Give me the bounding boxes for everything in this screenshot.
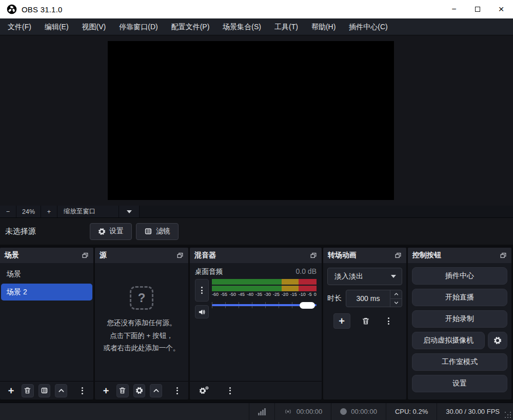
zoom-level: 24% — [16, 206, 41, 217]
stream-time-segment: 00:00:00 — [274, 403, 331, 420]
transition-select[interactable]: 淡入淡出 — [327, 268, 402, 285]
duration-spinner[interactable]: 300 ms — [346, 290, 402, 307]
chevron-up-icon — [152, 387, 160, 394]
gear-icon — [98, 228, 106, 235]
controls-panel-header: 控制按钮 — [408, 248, 511, 263]
menu-plugin-center[interactable]: 插件中心(C) — [342, 18, 394, 35]
add-transition-button[interactable]: + — [333, 313, 350, 329]
mute-button[interactable] — [195, 305, 209, 318]
chevron-down-icon — [391, 275, 396, 278]
channel-options-button[interactable] — [195, 279, 209, 302]
menu-help[interactable]: 帮助(H) — [305, 18, 342, 35]
mixer-panel-header: 混音器 — [190, 248, 322, 263]
chevron-up-icon — [393, 291, 399, 297]
settings-button[interactable]: 设置 — [412, 375, 507, 392]
virtual-camera-settings-button[interactable] — [488, 332, 507, 349]
small-gear-icon — [205, 386, 209, 390]
broadcast-icon — [284, 407, 292, 416]
zoom-in-button[interactable]: + — [41, 206, 57, 217]
add-source-button[interactable]: + — [100, 384, 112, 397]
speaker-icon — [198, 308, 206, 316]
scene-item[interactable]: 场景 — [1, 266, 92, 283]
obs-window: OBS 31.1.0 − × 文件(F) 编辑(E) 视图(V) 停靠窗口(D)… — [0, 0, 513, 420]
cpu-usage: CPU: 0.2% — [386, 403, 437, 420]
menu-view[interactable]: 视图(V) — [75, 18, 113, 35]
volume-slider-handle[interactable] — [300, 302, 315, 309]
move-source-up-button[interactable] — [150, 384, 162, 397]
window-title: OBS 31.1.0 — [22, 5, 63, 14]
controls-panel-title: 控制按钮 — [412, 251, 441, 260]
maximize-button[interactable] — [466, 0, 489, 18]
menu-scene-collection[interactable]: 场景集合(S) — [216, 18, 268, 35]
transitions-panel-header: 转场动画 — [323, 248, 406, 263]
sources-empty-state: ? 您还没有添加任何源。 点击下面的 + 按钮， 或者右击此处添加一个。 — [95, 263, 188, 381]
start-streaming-button[interactable]: 开始直播 — [412, 289, 507, 306]
menubar: 文件(F) 编辑(E) 视图(V) 停靠窗口(D) 配置文件(P) 场景集合(S… — [0, 18, 513, 35]
empty-hint-line: 点击下面的 + 按钮， — [110, 330, 173, 343]
source-properties-button[interactable]: 设置 — [90, 223, 132, 240]
zoom-mode-dropdown[interactable] — [119, 206, 140, 217]
filter-icon — [41, 387, 48, 394]
scenes-more-button[interactable] — [76, 384, 88, 397]
scenes-panel: 场景 场景 场景 2 + — [0, 248, 93, 399]
source-properties-toolbar-button[interactable] — [133, 384, 146, 397]
properties-label: 设置 — [109, 227, 124, 236]
start-recording-button[interactable]: 开始录制 — [412, 310, 507, 328]
gear-icon — [135, 387, 143, 394]
popout-icon[interactable] — [394, 252, 402, 259]
popout-icon[interactable] — [176, 252, 184, 259]
popout-icon[interactable] — [310, 252, 317, 259]
close-button[interactable]: × — [489, 0, 513, 18]
preview-canvas[interactable] — [108, 41, 394, 200]
sources-toolbar: + — [95, 381, 188, 399]
remove-scene-button[interactable] — [22, 384, 34, 397]
transitions-panel-title: 转场动画 — [328, 251, 357, 260]
scene-filters-button[interactable] — [38, 384, 51, 397]
scene-list: 场景 场景 2 — [0, 263, 93, 301]
preview-area — [0, 35, 513, 206]
status-bar: 00:00:00 00:00:00 CPU: 0.2% 30.00 / 30.0… — [0, 403, 513, 420]
audio-channel-name: 桌面音频 — [195, 267, 223, 276]
popout-icon[interactable] — [500, 252, 507, 259]
plugin-center-button[interactable]: 插件中心 — [412, 267, 507, 285]
scenes-toolbar: + — [0, 381, 93, 399]
menu-file[interactable]: 文件(F) — [1, 18, 38, 35]
duration-decrease-button[interactable] — [390, 299, 402, 307]
move-scene-up-button[interactable] — [55, 384, 67, 397]
empty-hint-line: 或者右击此处添加一个。 — [104, 342, 180, 355]
minimize-button[interactable]: − — [442, 0, 466, 18]
scene-item-selected[interactable]: 场景 2 — [1, 284, 92, 301]
studio-mode-button[interactable]: 工作室模式 — [412, 353, 507, 371]
mixer-more-button[interactable] — [222, 384, 238, 397]
menu-docks[interactable]: 停靠窗口(D) — [112, 18, 164, 35]
menu-edit[interactable]: 编辑(E) — [38, 18, 75, 35]
chevron-down-icon — [393, 300, 399, 306]
mixer-toolbar — [190, 381, 322, 399]
no-source-label: 未选择源 — [5, 227, 36, 236]
duration-increase-button[interactable] — [390, 290, 402, 299]
source-filters-button[interactable]: 滤镜 — [136, 223, 179, 240]
transition-more-button[interactable] — [381, 314, 397, 328]
record-dot-icon — [340, 408, 347, 415]
chevron-up-icon — [57, 387, 65, 394]
popout-icon[interactable] — [82, 252, 89, 259]
filter-icon — [144, 227, 152, 235]
remove-transition-button[interactable] — [358, 314, 373, 328]
fps-counter: 30.00 / 30.00 FPS — [437, 403, 513, 420]
duration-value: 300 ms — [346, 290, 390, 307]
volume-slider[interactable] — [212, 298, 317, 312]
zoom-fit-mode[interactable]: 缩放至窗口 — [57, 206, 119, 217]
scenes-panel-header: 场景 — [0, 248, 93, 263]
remove-source-button[interactable] — [116, 384, 129, 397]
add-scene-button[interactable]: + — [5, 384, 17, 397]
menu-tools[interactable]: 工具(T) — [268, 18, 305, 35]
record-time-segment: 00:00:00 — [331, 403, 386, 420]
meter-scale: -60-55-50-45-40-35-30-25-20-15-10-50 — [212, 292, 317, 297]
advanced-audio-button[interactable] — [195, 384, 210, 397]
kebab-menu-icon — [388, 317, 389, 325]
sources-more-button[interactable] — [171, 384, 183, 397]
resize-grip[interactable] — [505, 412, 511, 418]
menu-profile[interactable]: 配置文件(P) — [165, 18, 216, 35]
zoom-out-button[interactable]: − — [0, 206, 16, 217]
start-virtual-camera-button[interactable]: 启动虚拟摄像机 — [412, 332, 485, 349]
